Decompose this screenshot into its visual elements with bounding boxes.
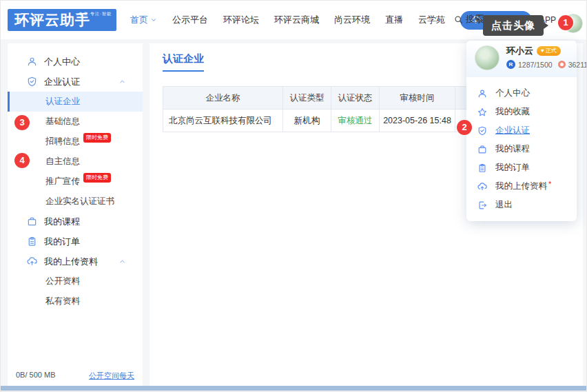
nav-academy[interactable]: 云学苑	[418, 14, 445, 26]
col-company-name: 企业名称	[163, 87, 283, 109]
user-name: 环小云	[506, 45, 533, 57]
sidebar-item-company-cert[interactable]: 企业认证	[8, 72, 143, 92]
order-clipboard-icon	[27, 236, 37, 247]
search-icon	[454, 15, 463, 24]
click-avatar-tooltip: 点击头像	[483, 15, 544, 36]
shield-check-icon	[477, 126, 487, 136]
menu-item-my-courses[interactable]: 我的课程	[466, 140, 577, 158]
menu-item-personal-center[interactable]: 个人中心	[466, 84, 577, 103]
step-badge-2: 2	[457, 120, 472, 135]
nav-live[interactable]: 直播	[385, 14, 403, 26]
user-dropdown-menu: 环小云 ♥正式 R 1287/1500 362114 个人中心 我的收藏 企业认…	[466, 41, 577, 221]
cell-company-name: 北京尚云互联科技有限公司	[163, 110, 283, 132]
free-badge: 限时免费	[83, 133, 111, 143]
app-window: 环评云助手 专业·专注·智能 首页 公示平台 环评论坛 环评云商城 尚云环境 直…	[0, 0, 587, 392]
menu-item-company-cert[interactable]: 企业认证	[466, 121, 577, 140]
page-title: 认证企业	[163, 52, 204, 72]
upload-cloud-icon	[477, 182, 487, 192]
sidebar-item-recruit-info[interactable]: 招聘信息 限时免费	[8, 132, 143, 152]
sidebar-item-personal-center[interactable]: 个人中心	[8, 52, 143, 72]
order-clipboard-icon	[477, 163, 487, 173]
coins-value: 362114	[568, 61, 587, 69]
cell-cert-status: 审核通过	[331, 110, 380, 132]
coin-ring-icon	[558, 61, 566, 68]
main-nav: 首页 公示平台 环评论坛 环评云商城 尚云环境 直播 云学苑	[130, 14, 445, 26]
chevron-down-icon	[150, 17, 157, 23]
col-cert-type: 认证类型	[283, 87, 331, 109]
cell-cert-type: 新机构	[283, 110, 331, 132]
heart-icon: ♥	[541, 48, 544, 54]
nav-public-platform[interactable]: 公示平台	[172, 14, 208, 26]
user-icon	[477, 89, 487, 99]
step-badge-3: 3	[14, 115, 30, 130]
shield-check-icon	[27, 76, 37, 87]
sidebar-item-cert-certificate[interactable]: 企业实名认证证书	[8, 192, 143, 212]
free-badge: 限时免费	[83, 173, 111, 183]
logout-icon	[477, 200, 487, 210]
cell-review-time: 2023-05-26 15:48	[380, 110, 455, 132]
sidebar: 个人中心 企业认证 认证企业 基础信息 招聘信息 限时免费 自主信息 推广宣传 …	[8, 43, 143, 386]
user-profile-block: 环小云 ♥正式 R 1287/1500 362114	[466, 41, 577, 76]
nav-forum[interactable]: 环评论坛	[223, 14, 259, 26]
step-badge-4: 4	[14, 153, 30, 168]
course-bag-icon	[27, 216, 37, 227]
course-bag-icon	[477, 145, 487, 154]
user-avatar[interactable]	[475, 45, 500, 70]
menu-item-my-orders[interactable]: 我的订单	[466, 158, 577, 177]
storage-info: 0B/ 500 MB 公开空间每天	[8, 371, 143, 381]
upload-cloud-icon	[27, 256, 37, 267]
sidebar-item-my-courses[interactable]: 我的课程	[8, 212, 143, 231]
logo-tagline: 专业·专注·智能	[79, 11, 112, 17]
bottom-scrollbar[interactable]	[1, 386, 587, 391]
level-badge: ♥正式	[537, 46, 561, 56]
score-coin-icon: R	[506, 60, 515, 69]
menu-item-logout[interactable]: 退出	[466, 196, 577, 214]
star-icon	[477, 107, 487, 117]
nav-home[interactable]: 首页	[130, 14, 157, 26]
chevron-up-icon[interactable]	[119, 258, 126, 265]
score-value: 1287/1500	[518, 61, 553, 69]
menu-item-my-uploads[interactable]: 我的上传资料 *	[466, 177, 577, 196]
menu-item-favorites[interactable]: 我的收藏	[466, 103, 577, 121]
nav-mall[interactable]: 环评云商城	[274, 14, 319, 26]
sidebar-item-my-orders[interactable]: 我的订单	[8, 231, 143, 251]
sidebar-item-private-files[interactable]: 私有资料	[8, 291, 143, 311]
storage-used: 0B/ 500 MB	[16, 371, 55, 381]
divider	[466, 76, 577, 77]
sidebar-item-certified-company[interactable]: 认证企业	[8, 92, 143, 112]
sidebar-item-promotion[interactable]: 推广宣传 限时免费	[8, 172, 143, 192]
chevron-up-icon[interactable]	[119, 78, 126, 85]
new-mark: *	[548, 180, 551, 188]
nav-shangyun-env[interactable]: 尚云环境	[334, 14, 370, 26]
user-icon	[27, 56, 37, 67]
user-stats: R 1287/1500 362114	[506, 60, 587, 69]
storage-link[interactable]: 公开空间每天	[89, 371, 134, 381]
col-review-time: 审核时间	[380, 87, 455, 109]
app-logo[interactable]: 环评云助手 专业·专注·智能	[8, 9, 116, 31]
col-cert-status: 认证状态	[331, 87, 380, 109]
step-badge-1: 1	[558, 15, 573, 30]
sidebar-item-my-uploads[interactable]: 我的上传资料	[8, 251, 143, 271]
sidebar-item-public-files[interactable]: 公开资料	[8, 271, 143, 291]
